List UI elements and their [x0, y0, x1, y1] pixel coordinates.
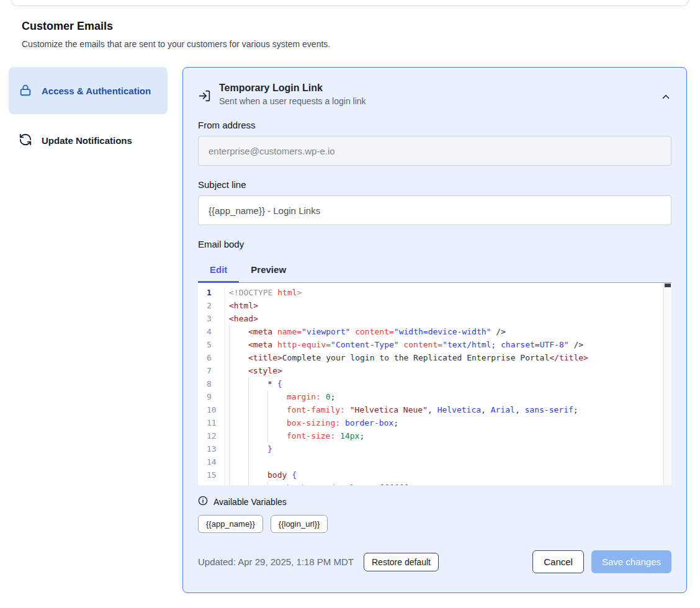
lock-icon — [19, 83, 32, 99]
subject-line-input[interactable] — [198, 195, 671, 225]
code-line: 9margin: 0; — [198, 390, 663, 403]
tab-preview[interactable]: Preview — [239, 258, 298, 282]
available-variables-label: Available Variables — [213, 497, 287, 507]
code-line: 3<head> — [198, 312, 663, 325]
panel-subtitle: Sent when a user requests a login link — [219, 96, 366, 106]
variable-chip-login-url[interactable]: {{login_url}} — [271, 515, 328, 533]
page-description: Customize the emails that are sent to yo… — [22, 39, 700, 49]
tab-edit[interactable]: Edit — [198, 258, 239, 282]
variable-chips: {{app_name}} {{login_url}} — [198, 515, 671, 533]
code-line: 14 — [198, 455, 663, 468]
email-body-label: Email body — [198, 239, 671, 249]
code-editor[interactable]: 1<!DOCTYPE html>2<html>3<head>4<meta nam… — [198, 283, 671, 485]
info-icon — [198, 496, 208, 508]
editor-scrollbar[interactable] — [663, 283, 671, 485]
collapse-button[interactable] — [660, 89, 671, 106]
cancel-button[interactable]: Cancel — [532, 550, 584, 573]
code-line: 2<html> — [198, 299, 663, 312]
save-changes-button[interactable]: Save changes — [591, 550, 671, 573]
email-types-sidebar: Access & Authentication Update Notificat… — [9, 67, 168, 156]
code-line: 6<title>Complete your login to the Repli… — [198, 351, 663, 364]
code-line: 12font-size: 14px; — [198, 429, 663, 442]
page-title: Customer Emails — [22, 20, 700, 33]
code-line: 5<meta http-equiv="Content-Type" content… — [198, 338, 663, 351]
panel-footer: Updated: Apr 29, 2025, 1:18 PM MDT Resto… — [198, 550, 671, 573]
panel-title: Temporary Login Link — [219, 83, 366, 94]
sidebar-item-label: Update Notifications — [42, 135, 132, 146]
previous-card-bottom-edge — [11, 0, 689, 6]
code-line: 1<!DOCTYPE html> — [198, 286, 663, 299]
variable-chip-app-name[interactable]: {{app_name}} — [198, 515, 263, 533]
content-layout: Access & Authentication Update Notificat… — [9, 67, 700, 593]
sidebar-item-update-notifications[interactable]: Update Notifications — [9, 124, 168, 156]
from-address-input — [198, 136, 671, 166]
login-icon — [198, 89, 211, 106]
sidebar-item-label: Access & Authentication — [42, 86, 151, 96]
code-line: 15body { — [198, 468, 663, 481]
code-line: 10font-family: "Helvetica Neue", Helveti… — [198, 403, 663, 416]
code-line: 4<meta name="viewport" content="width=de… — [198, 325, 663, 338]
panel-header-text: Temporary Login Link Sent when a user re… — [219, 83, 366, 106]
from-address-label: From address — [198, 120, 671, 130]
code-line: 7<style> — [198, 364, 663, 377]
code-line: 13} — [198, 442, 663, 455]
email-body-tabs: Edit Preview — [198, 258, 671, 283]
code-line: 11box-sizing: border-box; — [198, 416, 663, 429]
subject-line-label: Subject line — [198, 179, 671, 190]
code-line: 8* { — [198, 377, 663, 390]
panel-header: Temporary Login Link Sent when a user re… — [198, 83, 671, 106]
refresh-icon — [19, 133, 32, 148]
temporary-login-link-panel: Temporary Login Link Sent when a user re… — [182, 67, 687, 593]
chevron-up-icon — [660, 95, 671, 104]
sidebar-item-access-authentication[interactable]: Access & Authentication — [9, 67, 168, 114]
available-variables-row: Available Variables — [198, 496, 671, 508]
code-line: 16background-color: #ffffff; — [198, 481, 663, 485]
code-lines: 1<!DOCTYPE html>2<html>3<head>4<meta nam… — [198, 283, 663, 485]
restore-default-button[interactable]: Restore default — [364, 553, 439, 571]
scrollbar-thumb[interactable] — [665, 284, 671, 287]
updated-timestamp: Updated: Apr 29, 2025, 1:18 PM MDT — [198, 557, 354, 567]
